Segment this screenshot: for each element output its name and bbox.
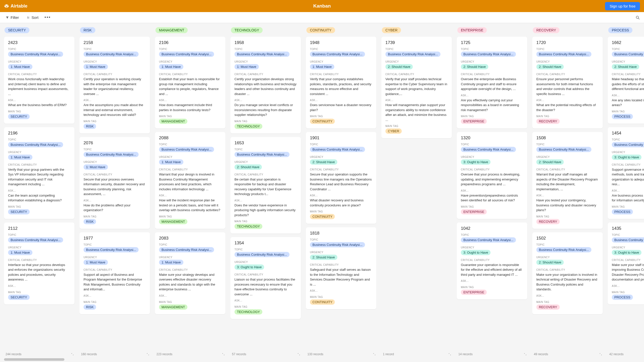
column-header-pill[interactable]: TECHNOLOGY bbox=[231, 27, 263, 33]
more-button[interactable]: ••• bbox=[45, 15, 51, 20]
kanban-card[interactable]: 1662TOPICBusiness Continuity Risk Analys… bbox=[608, 37, 644, 124]
expand-icon[interactable] bbox=[71, 353, 74, 356]
expand-icon[interactable] bbox=[448, 353, 451, 356]
kanban-card[interactable]: 1454TOPICBusiness Continuity Risk Analys… bbox=[608, 127, 644, 219]
urgency-pill: 1: Must Have bbox=[8, 155, 32, 160]
logo[interactable]: Airtable bbox=[4, 4, 27, 9]
cards-scroll[interactable]: 2106TOPICBusiness Continuity Risk Analys… bbox=[155, 37, 226, 350]
field-label-urgency: URGENCY bbox=[234, 161, 297, 163]
kanban-card[interactable]: 1508TOPICBusiness Continuity Risk Analys… bbox=[532, 132, 603, 229]
topic-pill: Business Continuity Risk Analysi... bbox=[536, 52, 591, 57]
field-label-maintag: MAIN TAG bbox=[310, 115, 372, 118]
scrollbar-thumb[interactable] bbox=[4, 358, 64, 361]
capability-text: Make sure your organization is involved … bbox=[536, 272, 599, 292]
ask-text: Are the assumptions you made about the i… bbox=[84, 103, 146, 117]
cards-scroll[interactable]: 1958TOPICBusiness Continuity Risk Analys… bbox=[230, 37, 302, 350]
kanban-card[interactable]: 1502TOPICBusiness Continuity Risk Analys… bbox=[532, 232, 603, 314]
field-label-maintag: MAIN TAG bbox=[612, 205, 644, 208]
field-label-capability: CRITICAL CAPABILITY bbox=[536, 268, 599, 271]
cards-scroll[interactable]: 1720TOPICBusiness Continuity Risk Analys… bbox=[532, 37, 604, 350]
cards-scroll[interactable]: 1725TOPICBusiness Continuity Risk Analys… bbox=[457, 37, 528, 350]
cards-scroll[interactable]: 1662TOPICBusiness Continuity Risk Analys… bbox=[608, 37, 644, 350]
cards-scroll[interactable]: 2158TOPICBusiness Continuity Risk Analys… bbox=[79, 37, 151, 350]
expand-icon[interactable] bbox=[222, 353, 225, 356]
card-id: 2158 bbox=[84, 40, 146, 45]
column-footer: 223 records bbox=[155, 350, 226, 357]
kanban-card[interactable]: 2076TOPICBusiness Continuity Risk Analys… bbox=[79, 137, 150, 229]
column-header-pill[interactable]: SECURITY bbox=[5, 27, 29, 33]
kanban-card[interactable]: 2106TOPICBusiness Continuity Risk Analys… bbox=[155, 37, 225, 128]
kanban-card[interactable]: 1901TOPICBusiness Continuity Risk Analys… bbox=[306, 132, 376, 224]
kanban-card[interactable]: 1739TOPICBusiness Continuity Risk Analys… bbox=[381, 37, 452, 138]
field-label-urgency: URGENCY bbox=[310, 60, 372, 63]
field-label-ask: ASK... bbox=[310, 99, 372, 102]
kanban-card[interactable]: 2158TOPICBusiness Continuity Risk Analys… bbox=[79, 37, 150, 133]
expand-icon[interactable] bbox=[373, 353, 376, 356]
capability-text: Liaison so that your process facilitates… bbox=[234, 277, 297, 297]
column-header-pill[interactable]: RISK bbox=[80, 27, 95, 33]
cards-scroll[interactable]: 1739TOPICBusiness Continuity Risk Analys… bbox=[381, 37, 453, 350]
main-tag-pill: ENTERPRISE bbox=[461, 119, 487, 124]
kanban-card[interactable]: 2112TOPICBusiness Continuity Risk Analys… bbox=[4, 222, 74, 304]
column-header-pill[interactable]: MANAGEMENT bbox=[155, 27, 188, 33]
field-label-maintag: MAIN TAG bbox=[84, 301, 146, 303]
field-label-ask: ASK... bbox=[612, 285, 644, 287]
cards-scroll[interactable]: 1948TOPICBusiness Continuity Risk Analys… bbox=[306, 37, 377, 350]
field-label-ask: ASK... bbox=[84, 199, 146, 202]
kanban-card[interactable]: 1320TOPICBusiness Continuity Risk Analys… bbox=[457, 132, 527, 219]
airtable-logo-icon bbox=[4, 4, 9, 9]
kanban-card[interactable]: 1435TOPICBusiness Continuity Risk Analys… bbox=[608, 222, 644, 304]
field-label-maintag: MAIN TAG bbox=[159, 215, 221, 218]
field-label-ask: ASK... bbox=[159, 294, 221, 297]
capability-text: Certify your operation is working closel… bbox=[84, 77, 146, 96]
kanban-card[interactable]: 2423TOPICBusiness Continuity Risk Analys… bbox=[4, 37, 74, 124]
column-header-pill[interactable]: CONTINUITY bbox=[306, 27, 335, 33]
cards-scroll[interactable]: 2423TOPICBusiness Continuity Risk Analys… bbox=[4, 37, 75, 350]
card-id: 1454 bbox=[612, 131, 644, 136]
kanban-card[interactable]: 1042TOPICBusiness Continuity Risk Analys… bbox=[457, 222, 527, 300]
column-footer: 244 records bbox=[4, 350, 75, 357]
kanban-card[interactable]: 2088TOPICBusiness Continuity Risk Analys… bbox=[155, 132, 225, 229]
kanban-card[interactable]: 2196TOPICBusiness Continuity Risk Analys… bbox=[4, 127, 74, 219]
kanban-card[interactable]: 1977TOPICBusiness Continuity Risk Analys… bbox=[79, 232, 150, 314]
record-count: 49 records bbox=[534, 352, 548, 356]
kanban-card[interactable]: 2083TOPICBusiness Continuity Risk Analys… bbox=[155, 232, 225, 314]
horizontal-scrollbar[interactable] bbox=[0, 357, 644, 362]
field-label-ask: ASK... bbox=[536, 194, 599, 197]
kanban-card[interactable]: 1354TOPICBusiness Continuity Risk Analys… bbox=[230, 237, 301, 319]
topic-pill: Business Continuity Risk Analysi... bbox=[310, 147, 365, 152]
filter-button[interactable]: Filter bbox=[4, 14, 20, 21]
search-icon bbox=[635, 15, 640, 20]
sort-button[interactable]: Sort bbox=[25, 14, 40, 21]
column-header-pill[interactable]: RECOVERY bbox=[533, 27, 559, 33]
expand-icon[interactable] bbox=[297, 353, 300, 356]
field-label-capability: CRITICAL CAPABILITY bbox=[536, 73, 599, 76]
column-header-pill[interactable]: ENTERPRISE bbox=[457, 27, 487, 33]
expand-icon[interactable] bbox=[146, 353, 149, 356]
urgency-pill: 1: Must Have bbox=[8, 64, 32, 69]
column-header-pill[interactable]: CYBER bbox=[382, 27, 401, 33]
search-button[interactable] bbox=[635, 15, 640, 20]
field-label-topic: TOPIC bbox=[8, 48, 70, 51]
kanban-card[interactable]: 1958TOPICBusiness Continuity Risk Analys… bbox=[230, 37, 301, 133]
expand-icon[interactable] bbox=[524, 353, 527, 356]
field-label-capability: CRITICAL CAPABILITY bbox=[84, 73, 146, 76]
kanban-card[interactable]: 1725TOPICBusiness Continuity Risk Analys… bbox=[457, 37, 527, 128]
kanban-card[interactable]: 1653TOPICBusiness Continuity Risk Analys… bbox=[230, 137, 301, 234]
field-label-ask: ASK... bbox=[612, 189, 644, 192]
field-label-capability: CRITICAL CAPABILITY bbox=[461, 168, 523, 171]
logo-text: Airtable bbox=[11, 4, 27, 9]
kanban-board[interactable]: SECURITY2423TOPICBusiness Continuity Ris… bbox=[0, 23, 644, 357]
field-label-topic: TOPIC bbox=[612, 48, 644, 51]
main-tag-pill: RECOVERY bbox=[536, 119, 560, 124]
field-label-urgency: URGENCY bbox=[536, 156, 599, 158]
kanban-card[interactable]: 1948TOPICBusiness Continuity Risk Analys… bbox=[306, 37, 376, 128]
main-tag-pill: MANAGEMENT bbox=[159, 219, 187, 224]
expand-icon[interactable] bbox=[599, 353, 602, 356]
kanban-card[interactable]: 1720TOPICBusiness Continuity Risk Analys… bbox=[532, 37, 603, 128]
field-label-ask: ASK... bbox=[8, 285, 70, 287]
column-header-pill[interactable]: PROCESS bbox=[608, 27, 632, 33]
kanban-card[interactable]: 1818TOPICBusiness Continuity Risk Analys… bbox=[306, 227, 376, 309]
signup-button[interactable]: Sign up for free bbox=[605, 2, 640, 10]
column-footer: 1 record bbox=[381, 350, 453, 357]
